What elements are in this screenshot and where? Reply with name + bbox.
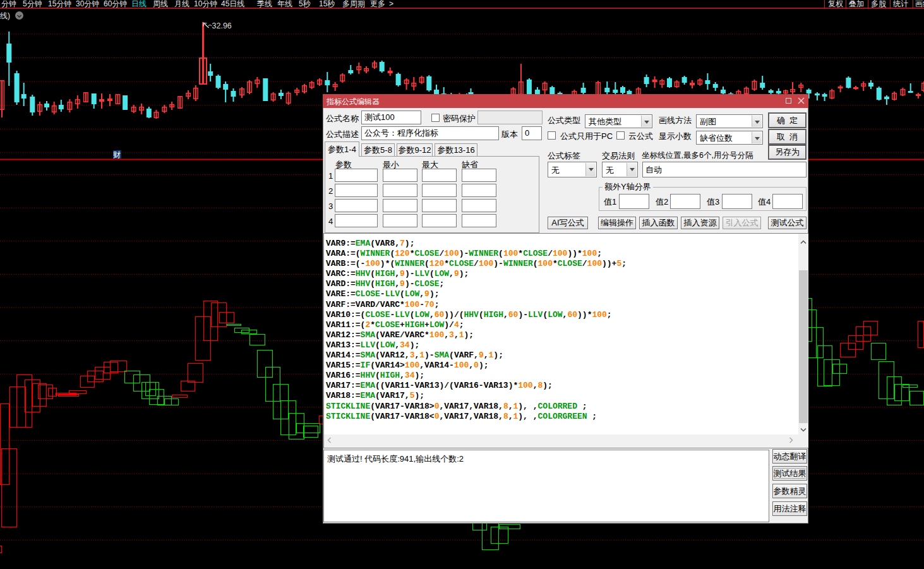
svg-text:32.96: 32.96 (212, 21, 232, 30)
svg-text:财: 财 (113, 150, 121, 159)
